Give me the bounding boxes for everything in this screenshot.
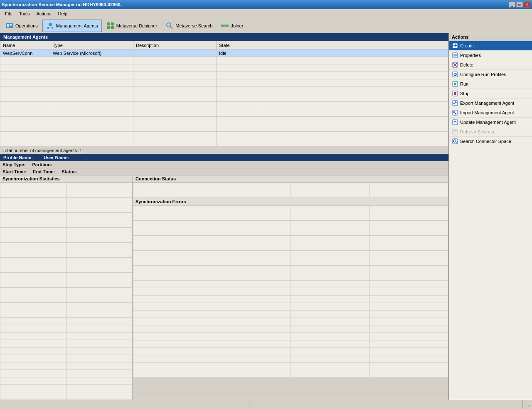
table-row-empty <box>0 109 448 117</box>
sync-error-row <box>133 325 448 333</box>
table-row[interactable]: WebServConn Web Service (Microsoft) Idle <box>0 49 448 57</box>
partition-row: Partition: <box>32 162 52 167</box>
update-management-agent-icon <box>452 119 458 126</box>
table-row-empty <box>0 57 448 64</box>
connection-status-panel: Connection Status <box>133 175 448 198</box>
col-name: Name <box>0 41 50 49</box>
sync-errors-panel: Synchronization Errors <box>133 198 448 409</box>
table-row-empty <box>0 87 448 94</box>
actions-header: Actions <box>449 33 532 41</box>
end-time-row: End Time: <box>33 169 55 174</box>
management-agents-button[interactable]: Management Agents <box>42 20 102 32</box>
sync-stat-row <box>0 318 133 325</box>
create-icon <box>452 42 458 49</box>
step-type-row: Step Type: <box>2 162 25 167</box>
action-search-connector-space[interactable]: Search Connector Space <box>449 137 532 146</box>
status-segment-right <box>249 400 523 409</box>
action-run[interactable]: Run <box>449 79 532 89</box>
action-properties[interactable]: Properties <box>449 51 532 60</box>
start-time-row: Start Time: <box>2 169 26 174</box>
refresh-schema-icon <box>452 128 458 135</box>
management-agents-header: Management Agents <box>0 33 448 41</box>
svg-rect-42 <box>453 120 458 125</box>
sync-stat-row <box>0 385 133 392</box>
properties-icon <box>452 52 458 59</box>
svg-point-33 <box>455 74 456 75</box>
svg-rect-8 <box>107 22 110 25</box>
table-row-empty <box>0 79 448 87</box>
svg-line-50 <box>528 405 530 407</box>
sync-stat-row <box>0 303 133 310</box>
action-refresh-schema: Refresh Schema <box>449 127 532 137</box>
svg-rect-2 <box>7 26 9 27</box>
cell-type: Web Service (Microsoft) <box>50 49 133 57</box>
sync-stat-row <box>0 362 133 370</box>
menu-bar: File Tools Actions Help <box>0 9 532 18</box>
connection-status-table <box>133 182 448 198</box>
action-import-management-agent[interactable]: Import Management Agent <box>449 108 532 118</box>
run-icon <box>452 81 458 87</box>
action-export-management-agent[interactable]: Export Management Agent <box>449 99 532 108</box>
sync-error-row <box>133 363 448 370</box>
sync-error-row <box>133 236 448 243</box>
joiner-button[interactable]: Joiner <box>217 20 247 32</box>
action-update-management-agent[interactable]: Update Management Agent <box>449 118 532 127</box>
sync-error-row <box>133 348 448 355</box>
profile-header: Profile Name: User Name: <box>0 154 448 161</box>
table-row-empty <box>0 132 448 139</box>
bottom-status-bar <box>0 400 532 409</box>
sync-stats-table <box>0 182 133 407</box>
sync-stat-row <box>0 325 133 333</box>
minimize-button[interactable]: _ <box>509 2 515 7</box>
menu-help[interactable]: Help <box>55 10 71 17</box>
metaverse-designer-icon <box>106 22 115 30</box>
actions-panel: Actions Create Properties <box>449 33 532 409</box>
sync-error-row <box>133 340 448 348</box>
main-content: Management Agents Name Type Description … <box>0 33 532 409</box>
action-delete[interactable]: Delete <box>449 60 532 70</box>
sync-error-row <box>133 310 448 318</box>
menu-tools[interactable]: Tools <box>16 10 33 17</box>
menu-file[interactable]: File <box>2 10 16 17</box>
table-row-empty <box>0 139 448 147</box>
sync-stat-row <box>0 265 133 273</box>
sync-stat-row <box>0 205 133 213</box>
import-management-agent-icon <box>452 109 458 116</box>
step-details-bar: Step Type: Partition: <box>0 161 448 168</box>
svg-rect-10 <box>107 26 110 29</box>
sync-stat-row <box>0 235 133 243</box>
svg-rect-18 <box>221 25 224 27</box>
left-panel: Management Agents Name Type Description … <box>0 33 449 409</box>
action-create[interactable]: Create <box>449 41 532 51</box>
svg-rect-44 <box>453 129 458 134</box>
sync-errors-header: Synchronization Errors <box>133 198 448 205</box>
svg-rect-19 <box>225 25 229 27</box>
sync-errors-table <box>133 205 448 378</box>
sync-stat-row <box>0 198 133 205</box>
col-extra <box>258 41 448 49</box>
operations-button[interactable]: Operations <box>2 20 42 32</box>
sync-stat-row <box>0 280 133 288</box>
close-button[interactable]: ✕ <box>524 2 530 7</box>
table-row-empty <box>0 102 448 109</box>
sync-stat-row <box>0 355 133 362</box>
metaverse-search-button[interactable]: Metaverse Search <box>162 20 216 32</box>
sync-error-row <box>133 213 448 221</box>
action-configure-run-profiles[interactable]: Configure Run Profiles <box>449 70 532 79</box>
svg-rect-3 <box>10 24 12 25</box>
sync-stat-row <box>0 220 133 228</box>
svg-rect-9 <box>111 22 114 25</box>
svg-rect-11 <box>111 26 114 29</box>
svg-rect-37 <box>454 92 456 95</box>
sync-error-row <box>133 273 448 281</box>
menu-actions[interactable]: Actions <box>33 10 54 17</box>
sync-error-row <box>133 206 448 213</box>
restore-button[interactable]: ▭ <box>516 2 523 7</box>
sync-stat-row <box>0 310 133 318</box>
window-controls: _ ▭ ✕ <box>509 2 530 7</box>
metaverse-designer-button[interactable]: Metaverse Designer <box>103 20 161 32</box>
status-corner <box>523 400 532 409</box>
svg-line-17 <box>170 27 172 29</box>
action-stop[interactable]: Stop <box>449 89 532 99</box>
col-state: State <box>217 41 258 49</box>
